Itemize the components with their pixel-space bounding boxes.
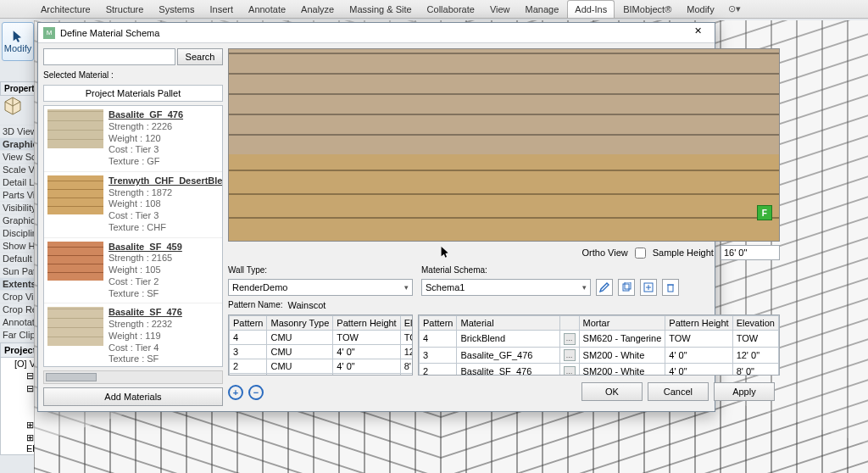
table-row[interactable]: 4BrickBlend…SM620 - TangerineTOWTOW (420, 331, 779, 348)
cursor-icon (440, 245, 453, 262)
sample-height-label: Sample Height (653, 248, 714, 258)
svg-rect-9 (625, 282, 631, 289)
table-row[interactable]: 2Basalite_SF_476…SM200 - White4' 0"8' 0" (420, 364, 779, 376)
dialog-title: Define Material Schema (60, 28, 686, 38)
define-material-schema-dialog: M Define Material Schema ✕ Search Select… (37, 22, 715, 412)
table-row[interactable]: 2CMU4' 0"8' 0" (230, 359, 414, 374)
schema-delete-button[interactable] (662, 279, 679, 296)
schema-edit-button[interactable] (596, 279, 613, 296)
wall-type-label: Wall Type: (228, 264, 413, 276)
material-preview[interactable]: F (228, 48, 780, 242)
ellipsis-button[interactable]: … (564, 333, 576, 345)
schema-new-button[interactable] (640, 279, 657, 296)
ribbon-tab[interactable]: View (483, 1, 517, 18)
preview-tag: F (757, 205, 772, 220)
apply-button[interactable]: Apply (714, 382, 775, 401)
ribbon-tab[interactable]: Modify (680, 1, 721, 18)
ribbon-tab[interactable]: Systems (152, 1, 201, 18)
close-icon[interactable]: ✕ (686, 25, 709, 41)
materials-pallet[interactable]: Basalite_GF_476Strength : 2226Weight : 1… (43, 105, 223, 367)
dialog-titlebar[interactable]: M Define Material Schema ✕ (38, 23, 715, 43)
ribbon-tab[interactable]: Collaborate (420, 1, 481, 18)
ok-button[interactable]: OK (581, 382, 643, 401)
add-materials-button[interactable]: Add Materials (43, 387, 223, 406)
cube-icon (3, 96, 23, 116)
cancel-button[interactable]: Cancel (648, 382, 709, 401)
material-swatch (47, 109, 103, 148)
pallet-h-scrollbar[interactable] (43, 370, 223, 384)
search-button[interactable]: Search (177, 48, 223, 65)
material-row[interactable]: Basalite_SF_476Strength : 2232Weight : 1… (44, 303, 222, 367)
add-row-button[interactable]: + (228, 385, 243, 400)
ribbon-tab[interactable]: Architecture (34, 1, 97, 18)
svg-rect-13 (668, 285, 673, 292)
wall-type-select[interactable]: RenderDemo▾ (228, 279, 413, 296)
selected-material-label: Selected Material : (43, 69, 223, 81)
ribbon: ArchitectureStructureSystemsInsertAnnota… (0, 0, 868, 19)
ribbon-tab[interactable]: Add-Ins (567, 0, 615, 18)
modify-label: Modify (4, 43, 31, 53)
pencil-icon (599, 282, 609, 292)
table-row[interactable]: 3CMU4' 0"12' 0" (230, 345, 414, 359)
material-row[interactable]: Basalite_GF_476Strength : 2226Weight : 1… (44, 106, 222, 172)
pallet-header: Project Materials Pallet (43, 85, 223, 102)
schema-copy-button[interactable] (618, 279, 635, 296)
material-swatch (47, 175, 103, 214)
material-row[interactable]: Basalite_SF_459Strength : 2165Weight : 1… (44, 238, 222, 304)
material-swatch (47, 242, 103, 281)
row-add-remove: + − (228, 383, 264, 402)
pattern-name-value: Wainscot (287, 300, 326, 310)
pattern-name-label: Pattern Name: (228, 298, 282, 311)
ellipsis-button[interactable]: … (564, 366, 576, 376)
cursor-icon (11, 30, 25, 43)
table-row[interactable]: 3Basalite_GF_476…SM200 - White4' 0"12' 0… (420, 347, 779, 364)
ortho-label: Ortho View (582, 248, 628, 258)
ribbon-tab[interactable]: Massing & Site (342, 1, 418, 18)
dialog-icon: M (43, 27, 55, 39)
material-swatch (47, 307, 103, 346)
properties-header: Properties (0, 81, 36, 96)
svg-rect-8 (623, 284, 629, 291)
ribbon-tab[interactable]: Structure (99, 1, 151, 18)
new-icon (643, 282, 654, 292)
ellipsis-button[interactable]: … (564, 349, 576, 361)
table-row[interactable]: 1CMU4' 0"4' 0" (230, 374, 414, 376)
ribbon-tab[interactable]: Analyze (294, 1, 341, 18)
chevron-down-icon: ▾ (582, 283, 587, 292)
remove-row-button[interactable]: − (248, 385, 264, 400)
trash-icon (665, 282, 676, 292)
search-input[interactable] (43, 48, 175, 65)
preview-controls: Ortho View Sample Height (228, 245, 780, 260)
chevron-down-icon: ▾ (404, 283, 409, 292)
material-schema-label: Material Schema: (421, 264, 780, 276)
ribbon-tab[interactable]: BIMobject® (616, 1, 678, 18)
sample-height-input[interactable] (721, 245, 780, 260)
material-schema-table[interactable]: PatternMaterialMortarPattern HeightEleva… (418, 314, 780, 376)
ortho-checkbox[interactable] (635, 248, 646, 259)
ribbon-tab[interactable]: Insert (203, 1, 241, 18)
ribbon-tab[interactable]: Manage (519, 1, 566, 18)
modify-tool[interactable]: Modify (2, 22, 34, 61)
copy-icon (621, 282, 632, 292)
schema-select[interactable]: Schema1▾ (421, 279, 591, 296)
table-row[interactable]: 4CMUTOWTOW (230, 331, 414, 345)
ribbon-tab[interactable]: Annotate (242, 1, 292, 18)
pattern-table[interactable]: PatternMasonry TypePattern HeightElevati… (228, 314, 413, 376)
material-row[interactable]: Trenwyth_CHF_DesertBlendStrength : 1872W… (44, 172, 222, 238)
